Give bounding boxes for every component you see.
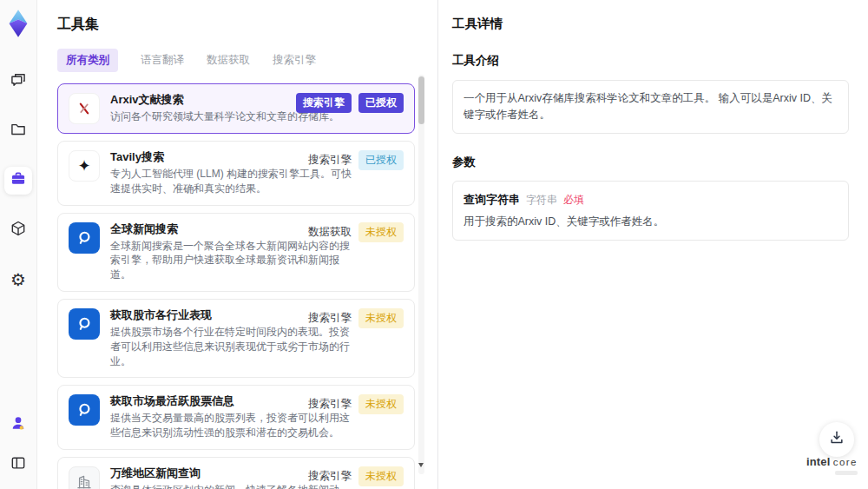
chat-icon	[10, 71, 27, 92]
auth-status-badge: 未授权	[358, 308, 404, 328]
tool-card-arxiv[interactable]: Arxiv文献搜索 访问各个研究领域大量科学论文和文章的存储库。 搜索引擎 已授…	[57, 83, 415, 134]
app-sidebar: ⚙	[0, 0, 37, 489]
category-badge: 搜索引擎	[296, 93, 352, 113]
sidebar-item-chat[interactable]	[4, 68, 32, 96]
tool-description: 专为人工智能代理 (LLM) 构建的搜索引擎工具。可快速提供实时、准确和真实的结…	[110, 167, 353, 196]
brand-intel-text: intel	[806, 455, 831, 468]
auth-status-badge: 未授权	[358, 466, 404, 486]
brand-core-text: core	[833, 457, 858, 467]
tool-details-panel: 工具详情 工具介绍 一个用于从Arxiv存储库搜索科学论文和文章的工具。 输入可…	[437, 0, 868, 489]
package-icon	[10, 220, 27, 241]
stock-sector-icon	[69, 308, 100, 340]
intel-core-logo: intel core	[804, 455, 858, 475]
tool-card-tavily[interactable]: ✦ Tavily搜索 专为人工智能代理 (LLM) 构建的搜索引擎工具。可快速提…	[57, 141, 415, 206]
tab-language-translation[interactable]: 语言翻译	[141, 49, 184, 72]
active-stocks-icon	[69, 394, 100, 426]
scrollbar-thumb[interactable]	[418, 76, 424, 124]
tool-card-active-stocks[interactable]: 获取市场最活跃股票信息 提供当天交易量最高的股票列表，投资者可以利用这些信息来识…	[57, 385, 415, 450]
sidebar-item-settings[interactable]: ⚙	[4, 266, 32, 294]
auth-status-badge: 未授权	[358, 222, 404, 242]
tab-data-fetch[interactable]: 数据获取	[207, 49, 250, 72]
tool-card-global-news[interactable]: 全球新闻搜索 全球新闻搜索是一个聚合全球各大新闻网站内容的搜索引擎，帮助用户快速…	[57, 213, 415, 292]
download-icon	[828, 429, 845, 450]
parameter-description: 用于搜索的Arxiv ID、关键字或作者姓名。	[464, 215, 838, 229]
category-label: 数据获取	[308, 225, 352, 240]
folder-icon	[10, 121, 27, 142]
tool-list-scrollbar[interactable]	[418, 75, 424, 474]
scrollbar-down-arrow-icon[interactable]	[418, 463, 424, 467]
sidebar-item-tools[interactable]	[4, 167, 32, 195]
region-news-icon	[69, 466, 100, 489]
sidebar-item-packages[interactable]	[4, 216, 32, 244]
category-label: 搜索引擎	[308, 397, 352, 412]
tool-list: Arxiv文献搜索 访问各个研究领域大量科学论文和文章的存储库。 搜索引擎 已授…	[57, 83, 415, 489]
category-tabs: 所有类别 语言翻译 数据获取 搜索引擎	[57, 49, 436, 72]
parameter-required-flag: 必填	[563, 193, 584, 208]
user-icon	[10, 414, 27, 435]
parameter-type: 字符串	[526, 193, 557, 208]
tool-card-region-news[interactable]: 万维地区新闻查询 查询具体行政区划内的新闻，快速了解各地新闻动 搜索引擎 未授权	[57, 457, 415, 489]
category-label: 搜索引擎	[308, 311, 352, 326]
page-title: 工具集	[57, 16, 436, 34]
sidebar-collapse-button[interactable]	[4, 451, 32, 479]
parameter-name: 查询字符串	[464, 192, 520, 208]
briefcase-icon	[10, 170, 27, 191]
user-avatar[interactable]	[4, 411, 32, 439]
app-logo	[4, 9, 32, 38]
sparkle-icon: ✦	[69, 150, 100, 182]
tool-description: 提供当天交易量最高的股票列表，投资者可以利用这些信息来识别流动性强的股票和潜在的…	[110, 411, 353, 440]
global-news-icon	[69, 222, 100, 254]
brand-subtext-mark	[835, 471, 858, 475]
category-label: 搜索引擎	[308, 153, 352, 168]
panel-toggle-icon	[10, 454, 27, 475]
parameter-card: 查询字符串 字符串 必填 用于搜索的Arxiv ID、关键字或作者姓名。	[452, 181, 849, 241]
sidebar-item-folders[interactable]	[4, 117, 32, 145]
details-title: 工具详情	[452, 16, 849, 32]
tool-card-stock-sectors[interactable]: 获取股市各行业表现 提供股票市场各个行业在特定时间段内的表现。投资者可以利用这些…	[57, 299, 415, 378]
arxiv-icon	[69, 93, 100, 124]
tab-all-categories[interactable]: 所有类别	[57, 49, 118, 72]
auth-status-badge: 未授权	[358, 394, 404, 414]
tool-description: 提供股票市场各个行业在特定时间段内的表现。投资者可以利用这些信息来识别表现优于或…	[110, 325, 353, 368]
tools-panel: 工具集 所有类别 语言翻译 数据获取 搜索引擎 Arxiv文献搜索 访问各个研究…	[38, 0, 436, 489]
intro-section-title: 工具介绍	[452, 53, 849, 69]
params-section-title: 参数	[452, 155, 849, 170]
tab-search-engine[interactable]: 搜索引擎	[273, 49, 316, 72]
tool-intro-box: 一个用于从Arxiv存储库搜索科学论文和文章的工具。 输入可以是Arxiv ID…	[452, 80, 849, 134]
gear-icon: ⚙	[10, 271, 26, 288]
tool-intro-text: 一个用于从Arxiv存储库搜索科学论文和文章的工具。 输入可以是Arxiv ID…	[464, 92, 832, 121]
tool-description: 全球新闻搜索是一个聚合全球各大新闻网站内容的搜索引擎，帮助用户快速获取全球最新资…	[110, 239, 353, 282]
download-button[interactable]	[819, 422, 854, 457]
auth-status-badge: 已授权	[358, 93, 404, 113]
auth-status-badge: 已授权	[358, 150, 404, 170]
category-label: 搜索引擎	[308, 469, 352, 484]
